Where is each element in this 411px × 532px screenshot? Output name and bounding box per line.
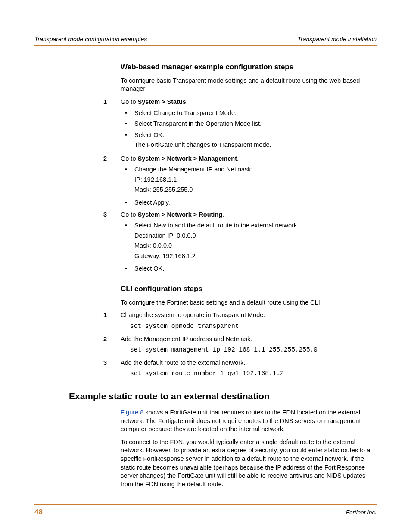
step-number: 2 bbox=[103, 155, 121, 163]
bullet-text: Change the Management IP and Netmask: IP… bbox=[134, 165, 377, 196]
step-text: Add the default route to the external ne… bbox=[121, 359, 377, 367]
text: . bbox=[186, 98, 188, 105]
bullet-icon bbox=[125, 109, 134, 118]
bullet-item: Select OK. bbox=[121, 264, 377, 273]
ordered-step: 2 Add the Management IP address and Netm… bbox=[103, 335, 377, 344]
section-heading-web-manager: Web-based manager example configuration … bbox=[121, 62, 377, 72]
header-right: Transparent mode installation bbox=[298, 35, 377, 44]
menu-path: System > Status bbox=[138, 98, 186, 105]
step-number: 1 bbox=[103, 311, 121, 320]
bullet-icon bbox=[125, 264, 134, 273]
bullet-item: Select Apply. bbox=[121, 199, 377, 207]
page: Transparent mode configuration examples … bbox=[0, 0, 411, 488]
menu-path: System > Network > Routing bbox=[138, 211, 223, 218]
bullet-text: Select OK. The FortiGate unit changes to… bbox=[134, 131, 377, 151]
text: Go to bbox=[121, 211, 138, 218]
paragraph: Figure 8 shows a FortiGate unit that req… bbox=[121, 408, 377, 434]
text: Go to bbox=[121, 155, 138, 162]
bullet-item: Select Change to Transparent Mode. bbox=[121, 109, 377, 118]
bullet-text: Select OK. bbox=[134, 264, 377, 273]
code-block: set system route number 1 gw1 192.168.1.… bbox=[130, 370, 377, 378]
step-text: Go to System > Network > Routing. bbox=[121, 211, 377, 219]
bullet-item: Select OK. The FortiGate unit changes to… bbox=[121, 131, 377, 151]
text: Mask: 255.255.255.0 bbox=[134, 186, 377, 194]
text: Change the Management IP and Netmask: bbox=[134, 165, 377, 174]
text: . bbox=[222, 211, 224, 218]
step-text: Add the Management IP address and Netmas… bbox=[121, 335, 377, 344]
bullet-icon bbox=[125, 221, 134, 230]
header-left: Transparent mode configuration examples bbox=[34, 35, 147, 44]
step-number: 2 bbox=[103, 335, 121, 344]
text: Gateway: 192.168.1.2 bbox=[134, 252, 377, 261]
page-footer: 48 Fortinet Inc. bbox=[34, 504, 377, 517]
ordered-step: 3 Add the default route to the external … bbox=[103, 359, 377, 367]
running-header: Transparent mode configuration examples … bbox=[34, 35, 377, 46]
text: Select New to add the default route to t… bbox=[134, 221, 377, 230]
page-number: 48 bbox=[34, 507, 43, 517]
code-block: set system opmode transparent bbox=[130, 322, 377, 331]
bullet-icon bbox=[125, 131, 134, 140]
bullet-text: Select Transparent in the Operation Mode… bbox=[134, 120, 377, 128]
bullet-item: Select Transparent in the Operation Mode… bbox=[121, 120, 377, 128]
step-text: Change the system to operate in Transpar… bbox=[121, 311, 377, 320]
content-column: Web-based manager example configuration … bbox=[34, 62, 377, 488]
bullet-text: Select Apply. bbox=[134, 199, 377, 207]
step-number: 1 bbox=[103, 98, 121, 106]
text: The FortiGate unit changes to Transparen… bbox=[134, 141, 377, 149]
section-heading-cli: CLI configuration steps bbox=[121, 284, 377, 294]
step-number: 3 bbox=[103, 359, 121, 367]
footer-company: Fortinet Inc. bbox=[346, 509, 377, 516]
bullet-item: Change the Management IP and Netmask: IP… bbox=[121, 165, 377, 196]
bullet-item: Select New to add the default route to t… bbox=[121, 221, 377, 262]
text: Go to bbox=[121, 98, 138, 105]
bullet-text: Select Change to Transparent Mode. bbox=[134, 109, 377, 118]
text: IP: 192.168.1.1 bbox=[134, 176, 377, 184]
paragraph: To connect to the FDN, you would typical… bbox=[121, 438, 377, 488]
text: Mask: 0.0.0.0 bbox=[134, 242, 377, 250]
text: Select OK. bbox=[134, 131, 377, 140]
section-heading-static-route: Example static route to an external dest… bbox=[34, 390, 377, 402]
step-text: Go to System > Network > Management. bbox=[121, 155, 377, 163]
text: . bbox=[237, 155, 239, 162]
code-block: set system management ip 192.168.1.1 255… bbox=[130, 346, 377, 355]
bullet-icon bbox=[125, 120, 134, 128]
bullet-text: Select New to add the default route to t… bbox=[134, 221, 377, 262]
intro-paragraph: To configure the Fortinet basic settings… bbox=[121, 299, 377, 307]
step-number: 3 bbox=[103, 211, 121, 219]
text: Destination IP: 0.0.0.0 bbox=[134, 232, 377, 240]
ordered-step: 1 Change the system to operate in Transp… bbox=[103, 311, 377, 320]
ordered-step: 2 Go to System > Network > Management. C… bbox=[121, 155, 377, 207]
ordered-step: 1 Go to System > Status. Select Change t… bbox=[121, 98, 377, 151]
intro-paragraph: To configure basic Transparent mode sett… bbox=[121, 77, 377, 93]
bullet-icon bbox=[125, 165, 134, 174]
step-text: Go to System > Status. bbox=[121, 98, 377, 106]
ordered-step: 3 Go to System > Network > Routing. Sele… bbox=[121, 211, 377, 273]
figure-link[interactable]: Figure 8 bbox=[121, 409, 143, 416]
menu-path: System > Network > Management bbox=[138, 155, 237, 162]
bullet-icon bbox=[125, 199, 134, 207]
text: shows a FortiGate unit that requires rou… bbox=[121, 409, 361, 432]
